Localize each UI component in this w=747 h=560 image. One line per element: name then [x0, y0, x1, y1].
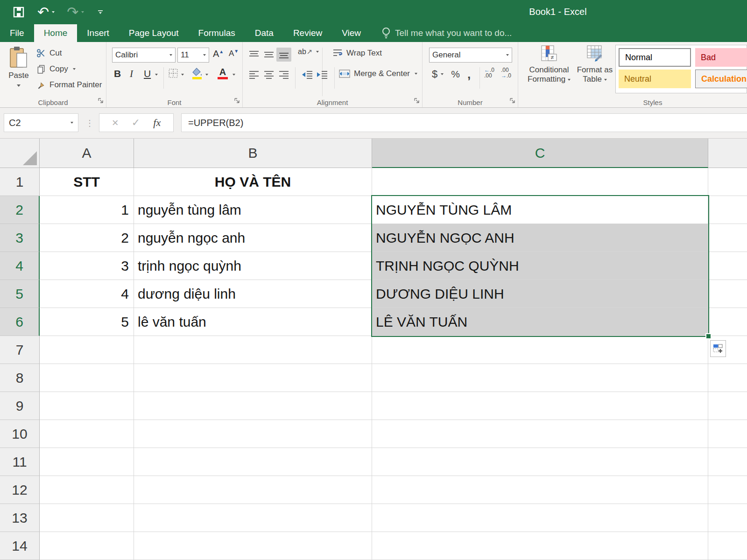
- tell-me-box[interactable]: Tell me what you want to do...: [382, 24, 512, 42]
- row-header-12[interactable]: 12: [0, 476, 40, 504]
- number-dialog-launcher[interactable]: [509, 97, 515, 105]
- align-center-button[interactable]: [261, 68, 276, 82]
- cell-b1[interactable]: HỌ VÀ TÊN: [134, 168, 372, 196]
- row-header-5[interactable]: 5: [0, 280, 40, 308]
- row-header-6[interactable]: 6: [0, 308, 40, 336]
- insert-function-icon[interactable]: fx: [153, 117, 161, 129]
- row-header-11[interactable]: 11: [0, 448, 40, 476]
- select-all-corner[interactable]: [0, 139, 40, 168]
- decrease-indent-button[interactable]: [300, 68, 315, 82]
- comma-style-button[interactable]: ,: [467, 71, 471, 77]
- cell-a6[interactable]: 5: [40, 308, 134, 336]
- number-format-combo[interactable]: General: [429, 48, 512, 63]
- copy-dropdown-icon[interactable]: [73, 68, 76, 70]
- align-right-button[interactable]: [276, 68, 291, 82]
- style-bad[interactable]: Bad: [695, 48, 747, 67]
- percent-style-button[interactable]: %: [451, 69, 460, 80]
- style-calculation[interactable]: Calculation: [695, 70, 747, 88]
- row-header-3[interactable]: 3: [0, 224, 40, 252]
- cell-b6[interactable]: lê văn tuấn: [134, 308, 372, 336]
- bottom-align-button[interactable]: [276, 48, 291, 62]
- row-header-10[interactable]: 10: [0, 420, 40, 448]
- copy-button[interactable]: Copy: [36, 64, 76, 74]
- font-color-button[interactable]: A: [218, 67, 228, 79]
- cell-c4[interactable]: TRỊNH NGỌC QUỲNH: [372, 252, 708, 280]
- column-header-a[interactable]: A: [40, 139, 134, 168]
- italic-button[interactable]: I: [130, 68, 133, 80]
- grow-font-button[interactable]: A▲: [213, 49, 224, 59]
- tab-view[interactable]: View: [332, 24, 371, 42]
- row-header-4[interactable]: 4: [0, 252, 40, 280]
- cancel-icon[interactable]: ×: [112, 116, 119, 129]
- conditional-formatting-button[interactable]: ≠ Conditional Formatting: [525, 45, 573, 84]
- column-header-c[interactable]: C: [372, 139, 708, 168]
- cell-b2[interactable]: nguyễn tùng lâm: [134, 196, 372, 224]
- paste-dropdown-icon[interactable]: [17, 84, 21, 87]
- bold-button[interactable]: B: [114, 68, 121, 79]
- wrap-text-button[interactable]: Wrap Text: [332, 49, 382, 58]
- decrease-decimal-button[interactable]: .00 →.0: [501, 67, 511, 78]
- cell-a5[interactable]: 4: [40, 280, 134, 308]
- alignment-dialog-launcher[interactable]: [414, 97, 420, 105]
- font-name-combo[interactable]: Calibri: [112, 48, 176, 63]
- cell-c3[interactable]: NGUYỄN NGỌC ANH: [372, 224, 708, 252]
- underline-dropdown-icon[interactable]: [155, 74, 158, 76]
- format-as-table-dropdown-icon[interactable]: [604, 79, 607, 81]
- borders-button[interactable]: [168, 68, 178, 80]
- name-box-dropdown-icon[interactable]: [70, 122, 73, 124]
- column-header-d[interactable]: [708, 139, 747, 168]
- undo-button[interactable]: ↶: [37, 5, 55, 19]
- tab-file[interactable]: File: [0, 24, 34, 42]
- increase-indent-button[interactable]: [315, 68, 330, 82]
- tab-data[interactable]: Data: [245, 24, 283, 42]
- clipboard-dialog-launcher[interactable]: [98, 97, 104, 105]
- increase-decimal-button[interactable]: ←.0 .00: [484, 67, 494, 78]
- paste-button[interactable]: Paste: [6, 46, 32, 89]
- cell-a2[interactable]: 1: [40, 196, 134, 224]
- cell-a1[interactable]: STT: [40, 168, 134, 196]
- top-align-button[interactable]: [247, 48, 261, 62]
- cell-c6[interactable]: LÊ VĂN TUẤN: [372, 308, 708, 336]
- formula-bar-splitter[interactable]: ⋮: [85, 118, 94, 128]
- cell-b3[interactable]: nguyễn ngọc anh: [134, 224, 372, 252]
- row-header-2[interactable]: 2: [0, 196, 40, 224]
- row-header-8[interactable]: 8: [0, 364, 40, 392]
- cut-button[interactable]: Cut: [36, 49, 62, 58]
- font-dialog-launcher[interactable]: [234, 97, 240, 105]
- cell-c5[interactable]: DƯƠNG DIỆU LINH: [372, 280, 708, 308]
- row-header-7[interactable]: 7: [0, 336, 40, 364]
- undo-dropdown-icon[interactable]: [52, 11, 55, 13]
- tab-review[interactable]: Review: [283, 24, 332, 42]
- middle-align-button[interactable]: [261, 48, 276, 62]
- row-header-9[interactable]: 9: [0, 392, 40, 420]
- formula-input[interactable]: =UPPER(B2): [181, 113, 747, 132]
- cell-c1[interactable]: [372, 168, 708, 196]
- enter-icon[interactable]: ✓: [132, 117, 140, 129]
- row-header-13[interactable]: 13: [0, 504, 40, 532]
- row-header-1[interactable]: 1: [0, 168, 40, 196]
- tab-home[interactable]: Home: [34, 24, 78, 42]
- save-icon[interactable]: [12, 6, 25, 19]
- format-as-table-button[interactable]: Format as Table: [574, 45, 615, 84]
- conditional-formatting-dropdown-icon[interactable]: [568, 79, 571, 81]
- tab-insert[interactable]: Insert: [77, 24, 119, 42]
- font-size-combo[interactable]: 11: [177, 48, 209, 63]
- cell-a3[interactable]: 2: [40, 224, 134, 252]
- format-painter-button[interactable]: Format Painter: [36, 80, 102, 90]
- merge-center-dropdown-icon[interactable]: [415, 73, 417, 75]
- accounting-dropdown-icon[interactable]: [441, 73, 444, 75]
- row-header-14[interactable]: 14: [0, 532, 40, 560]
- style-neutral[interactable]: Neutral: [619, 70, 691, 88]
- column-header-b[interactable]: B: [134, 139, 372, 168]
- tab-formulas[interactable]: Formulas: [189, 24, 245, 42]
- shrink-font-button[interactable]: A▼: [229, 49, 239, 58]
- cell-b4[interactable]: trịnh ngọc quỳnh: [134, 252, 372, 280]
- fill-handle[interactable]: [705, 333, 712, 339]
- align-left-button[interactable]: [247, 68, 261, 82]
- borders-dropdown-icon[interactable]: [181, 74, 184, 76]
- cell-b5[interactable]: dương diệu linh: [134, 280, 372, 308]
- auto-fill-options-button[interactable]: [710, 340, 726, 357]
- name-box[interactable]: C2: [4, 113, 78, 132]
- underline-button[interactable]: U: [144, 68, 151, 79]
- accounting-format-button[interactable]: $: [432, 68, 437, 80]
